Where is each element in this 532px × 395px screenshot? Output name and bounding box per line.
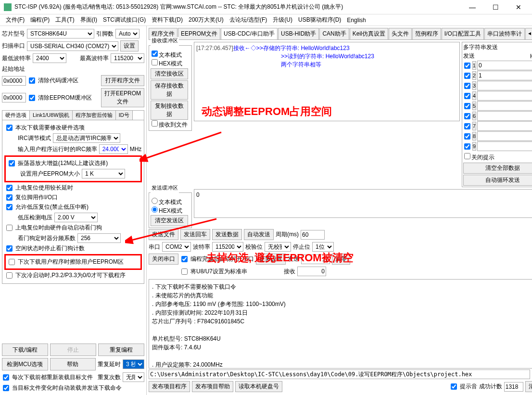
opt1-check[interactable] — [6, 125, 13, 131]
multi-input-1[interactable] — [477, 71, 532, 80]
multi-check-2[interactable] — [464, 83, 470, 89]
u8u7-check[interactable] — [181, 268, 188, 275]
opt3-check[interactable] — [9, 160, 15, 166]
serial-stop-select[interactable]: 1位 — [312, 242, 334, 252]
clear-success-button[interactable]: 清零 — [525, 381, 532, 392]
tab-keil[interactable]: Keil仿真设置 — [350, 28, 388, 39]
multi-input-5[interactable] — [477, 111, 532, 121]
port-settings-button[interactable]: 设置 — [120, 40, 139, 51]
multi-input-4[interactable] — [477, 101, 532, 111]
minimize-button[interactable]: — — [463, 2, 482, 12]
log-area[interactable]: . 下次下载时不需要校验下载口令 . 未使能芯片的仿真功能 . 内部参考电压: … — [149, 279, 532, 369]
auto-open-check[interactable] — [181, 256, 188, 262]
serial-port-select[interactable]: COM27 — [162, 242, 191, 252]
pin-select[interactable]: Auto — [115, 29, 139, 38]
delay-select[interactable]: 3 秒 — [123, 359, 144, 369]
clear-code-check[interactable] — [29, 77, 35, 84]
chip-select[interactable]: STC8H8K64U — [27, 29, 94, 38]
download-button[interactable]: 下载/编程 — [2, 344, 48, 356]
tab-eeprom-file[interactable]: EEPROM文件 — [178, 28, 220, 39]
hw-tab-id[interactable]: ID号 — [116, 111, 133, 120]
count-select[interactable]: 无限 — [123, 372, 144, 382]
maximize-button[interactable]: ☐ — [486, 2, 505, 12]
multi-btn-2[interactable]: 3 — [472, 81, 476, 90]
tab-baud[interactable]: 串口波特率计 — [484, 28, 525, 39]
wdt-select[interactable]: 256 — [77, 233, 121, 243]
multi-input-6[interactable] — [477, 121, 532, 131]
recv-text-check[interactable] — [152, 51, 158, 57]
recv-clear-button[interactable]: 清空接收区 — [151, 68, 188, 79]
serial-parity-select[interactable]: 无校验 — [265, 242, 291, 252]
multi-input-3[interactable] — [477, 91, 532, 101]
serial-baud-select[interactable]: 115200 — [212, 242, 243, 252]
multi-check-7[interactable] — [464, 133, 470, 140]
multi-input-8[interactable] — [477, 141, 532, 151]
close-hint-check[interactable] — [464, 153, 470, 159]
send-file-button[interactable]: 发送文件 — [149, 229, 178, 240]
irc-mode-select[interactable]: 总是动态调节IRC频率 — [53, 133, 120, 143]
multi-btn-8[interactable]: 9 — [472, 142, 476, 151]
close-serial-button[interactable]: 关闭串口 — [149, 254, 178, 265]
auto-send-button[interactable]: 自动发送 — [244, 229, 274, 240]
clear-eeprom-check[interactable] — [29, 95, 35, 101]
addr1-input[interactable] — [2, 76, 26, 86]
recv-count-input[interactable] — [297, 267, 326, 276]
multi-check-8[interactable] — [464, 143, 470, 150]
period-input[interactable] — [301, 230, 325, 240]
tab-usb-hid[interactable]: USB-HID助手 — [278, 28, 319, 39]
multi-btn-3[interactable]: 4 — [472, 91, 476, 100]
hw-tab-link1[interactable]: Link1/U8W脱机 — [30, 111, 73, 120]
multi-btn-5[interactable]: 6 — [472, 112, 476, 120]
menu-english[interactable]: English — [345, 16, 367, 25]
multi-btn-0[interactable]: 1 — [472, 61, 476, 70]
tab-can[interactable]: CAN助手 — [319, 28, 349, 39]
success-count-input[interactable] — [504, 382, 523, 392]
multi-check-1[interactable] — [464, 73, 470, 79]
opt5-check[interactable] — [6, 185, 13, 191]
auto-loop-button[interactable]: 自动循环发送 — [463, 175, 532, 186]
stop-button[interactable]: 停止 — [50, 344, 96, 356]
port-select[interactable]: USB-SERIAL CH340 (COM27) — [27, 41, 118, 51]
menu-forum[interactable]: 去论坛/选型(F) — [228, 15, 269, 25]
read-hd-button[interactable]: 读取本机硬盘号 — [235, 381, 282, 392]
menu-debug[interactable]: STC调试接口(G) — [101, 15, 148, 25]
lowv-select[interactable]: 2.00 V — [54, 213, 98, 222]
opt8-check[interactable] — [6, 225, 13, 231]
multi-input-0[interactable] — [477, 61, 532, 70]
menu-file[interactable]: 文件(F) — [4, 15, 26, 25]
recv-hex-check[interactable] — [152, 59, 158, 65]
max-baud-select[interactable]: 115200 — [111, 53, 144, 63]
menu-ui[interactable]: 界面(I) — [78, 15, 99, 25]
path-input[interactable] — [149, 370, 530, 379]
irc-freq-select[interactable]: 24.000 — [99, 144, 128, 154]
auto-reload-check[interactable] — [3, 385, 9, 391]
opt9-check[interactable] — [6, 245, 13, 252]
help-button[interactable]: 帮助 — [50, 358, 96, 370]
send-textarea[interactable]: 0 — [194, 189, 532, 218]
multi-check-5[interactable] — [464, 113, 470, 119]
menu-award[interactable]: 200万大奖(U) — [187, 15, 226, 25]
menu-tools[interactable]: 工具(T) — [53, 15, 76, 25]
multi-input-7[interactable] — [477, 131, 532, 141]
multi-btn-6[interactable]: 7 — [472, 122, 476, 130]
open-eeprom-button[interactable]: 打开EEPROM文件 — [101, 88, 144, 107]
close-button[interactable]: ✕ — [509, 2, 528, 12]
multi-check-0[interactable] — [464, 63, 470, 69]
reprogram-button[interactable]: 重复编程 — [98, 344, 144, 356]
send-enter-button[interactable]: 发送回车 — [180, 229, 210, 240]
send-text-radio[interactable] — [152, 198, 158, 204]
multi-btn-1[interactable]: 2 — [472, 71, 476, 80]
hw-tab-options[interactable]: 硬件选项 — [2, 111, 30, 120]
opt11-check[interactable] — [6, 272, 13, 279]
multi-check-3[interactable] — [464, 93, 470, 99]
opt10-check[interactable] — [9, 259, 15, 265]
multi-check-4[interactable] — [464, 103, 470, 109]
clear-all-button[interactable]: 清空全部数据 — [463, 163, 532, 174]
recv-tofile-check[interactable] — [152, 120, 158, 127]
tab-usb-cdc[interactable]: USB-CDC/串口助手 — [221, 28, 278, 39]
detect-button[interactable]: 检测MCU选项 — [2, 358, 48, 370]
tab-header[interactable]: 头文件 — [389, 28, 412, 39]
tab-io[interactable]: I/O口配置工具 — [442, 28, 484, 39]
menu-download[interactable]: 资料下载(D) — [150, 15, 185, 25]
addr2-input[interactable] — [2, 93, 26, 102]
